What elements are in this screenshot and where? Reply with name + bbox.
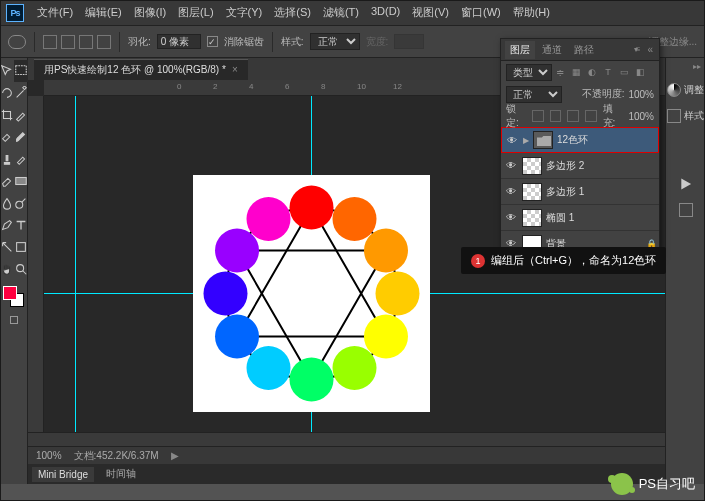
fg-swatch[interactable] bbox=[3, 286, 17, 300]
svg-point-16 bbox=[215, 315, 259, 359]
panel-menu-icon[interactable]: ▾≡ bbox=[629, 43, 644, 56]
layer-item[interactable]: 👁椭圆 1 bbox=[501, 205, 659, 231]
app-logo: Ps bbox=[6, 4, 24, 22]
layers-panel: 图层 通道 路径 ▾≡ « 类型 ≑ ▦◐T▭◧ 正常 不透明度: 100% 锁… bbox=[500, 38, 660, 258]
feather-input[interactable] bbox=[157, 34, 201, 49]
tab-timeline[interactable]: 时间轴 bbox=[100, 465, 142, 483]
dodge-tool[interactable] bbox=[14, 192, 28, 214]
heal-tool[interactable] bbox=[0, 126, 14, 148]
rail-adjustments[interactable]: 调整 bbox=[667, 83, 704, 97]
eyedropper-tool[interactable] bbox=[14, 104, 28, 126]
layer-thumb bbox=[522, 157, 542, 175]
lock-position-icon[interactable] bbox=[567, 110, 579, 122]
layer-name[interactable]: 多边形 1 bbox=[546, 185, 656, 199]
close-tab-icon[interactable]: × bbox=[232, 64, 238, 75]
panel-collapse-icon[interactable]: « bbox=[645, 44, 655, 55]
zoom-tool[interactable] bbox=[14, 258, 28, 280]
layer-name[interactable]: 多边形 2 bbox=[546, 159, 656, 173]
crop-tool[interactable] bbox=[0, 104, 14, 126]
svg-rect-0 bbox=[16, 66, 27, 75]
menu-item[interactable]: 滤镜(T) bbox=[318, 3, 364, 22]
zoom-level[interactable]: 100% bbox=[36, 450, 62, 461]
visibility-icon[interactable]: 👁 bbox=[504, 212, 518, 223]
brush-tool[interactable] bbox=[14, 126, 28, 148]
scrollbar-horizontal[interactable] bbox=[28, 432, 665, 446]
tab-minibridge[interactable]: Mini Bridge bbox=[32, 467, 94, 482]
blur-tool[interactable] bbox=[0, 192, 14, 214]
menu-bar: 文件(F)编辑(E)图像(I)图层(L)文字(Y)选择(S)滤镜(T)3D(D)… bbox=[32, 3, 555, 22]
document-tab[interactable]: 用PS快速绘制12 色环 @ 100%(RGB/8) *× bbox=[34, 59, 248, 80]
eraser-tool[interactable] bbox=[0, 170, 14, 192]
type-tool[interactable] bbox=[14, 214, 28, 236]
layer-thumb bbox=[522, 183, 542, 201]
svg-point-11 bbox=[376, 272, 420, 316]
color-swatches[interactable] bbox=[0, 284, 27, 310]
marquee-tool[interactable] bbox=[14, 60, 28, 82]
svg-point-18 bbox=[215, 229, 259, 273]
svg-point-15 bbox=[247, 346, 291, 390]
tab-paths[interactable]: 路径 bbox=[569, 41, 599, 59]
move-tool[interactable] bbox=[0, 60, 14, 82]
shape-tool[interactable] bbox=[14, 236, 28, 258]
menu-item[interactable]: 图层(L) bbox=[173, 3, 218, 22]
hand-tool[interactable] bbox=[0, 258, 14, 280]
stamp-tool[interactable] bbox=[0, 148, 14, 170]
lock-all-icon[interactable] bbox=[585, 110, 597, 122]
menu-item[interactable]: 帮助(H) bbox=[508, 3, 555, 22]
gradient-tool[interactable] bbox=[14, 170, 28, 192]
blend-mode-select[interactable]: 正常 bbox=[506, 86, 562, 103]
layer-item[interactable]: 👁多边形 2 bbox=[501, 153, 659, 179]
rail-styles[interactable]: 样式 bbox=[667, 109, 704, 123]
menu-item[interactable]: 视图(V) bbox=[407, 3, 454, 22]
wechat-icon bbox=[611, 473, 633, 495]
history-brush-tool[interactable] bbox=[14, 148, 28, 170]
status-bar: 100% 文档:452.2K/6.37M ▶ bbox=[28, 446, 665, 464]
antialias-check[interactable]: ✓ bbox=[207, 36, 218, 47]
filter-icons[interactable]: ▦◐T▭◧ bbox=[570, 66, 646, 78]
visibility-icon[interactable]: 👁 bbox=[504, 186, 518, 197]
layer-name[interactable]: 12色环 bbox=[557, 133, 655, 147]
svg-point-17 bbox=[204, 272, 248, 316]
rail-collapse-icon[interactable]: ▸▸ bbox=[693, 62, 705, 71]
layer-item[interactable]: 👁多边形 1 bbox=[501, 179, 659, 205]
current-tool-icon[interactable] bbox=[8, 35, 26, 49]
menu-item[interactable]: 3D(D) bbox=[366, 3, 405, 22]
style-select[interactable]: 正常 bbox=[310, 33, 360, 50]
visibility-icon[interactable]: 👁 bbox=[505, 135, 519, 146]
menu-item[interactable]: 图像(I) bbox=[129, 3, 171, 22]
layer-item[interactable]: 👁▶12色环 bbox=[501, 127, 659, 153]
menu-item[interactable]: 文字(Y) bbox=[221, 3, 268, 22]
rail-history-icon[interactable] bbox=[679, 203, 693, 217]
canvas[interactable] bbox=[193, 175, 430, 412]
right-rail: ▸▸ 调整 样式 bbox=[665, 58, 705, 484]
selection-mode-icons[interactable] bbox=[43, 35, 111, 49]
svg-point-2 bbox=[16, 201, 23, 208]
svg-point-19 bbox=[247, 197, 291, 241]
wand-tool[interactable] bbox=[14, 82, 28, 104]
menu-item[interactable]: 文件(F) bbox=[32, 3, 78, 22]
menu-item[interactable]: 窗口(W) bbox=[456, 3, 506, 22]
quickmask-toggle[interactable] bbox=[0, 310, 27, 330]
title-bar: Ps 文件(F)编辑(E)图像(I)图层(L)文字(Y)选择(S)滤镜(T)3D… bbox=[0, 0, 705, 26]
guide-vertical[interactable] bbox=[75, 96, 76, 432]
path-tool[interactable] bbox=[0, 236, 14, 258]
menu-item[interactable]: 编辑(E) bbox=[80, 3, 127, 22]
lock-pixels-icon[interactable] bbox=[550, 110, 562, 122]
lock-label: 锁定: bbox=[506, 102, 528, 130]
rail-play-icon[interactable] bbox=[679, 177, 693, 191]
layer-filter-select[interactable]: 类型 bbox=[506, 64, 552, 81]
fill-value[interactable]: 100% bbox=[628, 111, 654, 122]
lock-transparency-icon[interactable] bbox=[532, 110, 544, 122]
tab-channels[interactable]: 通道 bbox=[537, 41, 567, 59]
ruler-vertical bbox=[28, 96, 44, 432]
lasso-tool[interactable] bbox=[0, 82, 14, 104]
bottom-panel-tabs: Mini Bridge 时间轴 bbox=[28, 464, 665, 484]
menu-item[interactable]: 选择(S) bbox=[269, 3, 316, 22]
pen-tool[interactable] bbox=[0, 214, 14, 236]
tab-layers[interactable]: 图层 bbox=[505, 41, 535, 59]
layer-name[interactable]: 椭圆 1 bbox=[546, 211, 656, 225]
opacity-value[interactable]: 100% bbox=[628, 89, 654, 100]
visibility-icon[interactable]: 👁 bbox=[504, 160, 518, 171]
layer-thumb bbox=[522, 209, 542, 227]
annotation-tooltip: 1 编组后（Ctrl+G），命名为12色环 bbox=[461, 247, 666, 274]
